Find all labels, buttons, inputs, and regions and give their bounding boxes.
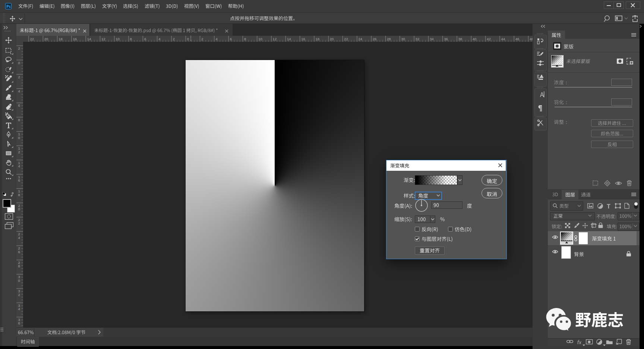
svg-text:22: 22 [30, 37, 34, 41]
svg-text:42: 42 [487, 37, 491, 41]
svg-text:2: 2 [18, 293, 20, 297]
svg-text:14: 14 [87, 37, 91, 41]
svg-text:20: 20 [330, 37, 334, 41]
svg-text:2: 2 [18, 46, 20, 50]
svg-text:2: 2 [18, 150, 20, 154]
svg-text:18: 18 [59, 37, 63, 41]
svg-text:20: 20 [44, 37, 48, 41]
svg-text:8: 8 [18, 193, 20, 197]
svg-text:24: 24 [358, 37, 362, 41]
svg-text:2: 2 [18, 75, 20, 79]
svg-text:34: 34 [430, 37, 434, 41]
svg-text:8: 8 [18, 264, 20, 268]
svg-text:4: 4 [18, 89, 20, 93]
svg-text:4: 4 [18, 307, 20, 311]
svg-text:22: 22 [344, 37, 348, 41]
svg-text:26: 26 [373, 37, 377, 41]
svg-text:38: 38 [458, 37, 463, 41]
svg-text:6: 6 [18, 321, 20, 325]
svg-text:16: 16 [301, 37, 305, 41]
svg-text:44: 44 [501, 37, 505, 41]
svg-text:2: 2 [18, 221, 20, 225]
svg-text:4: 4 [18, 236, 20, 240]
svg-text:36: 36 [444, 37, 448, 41]
svg-text:32: 32 [416, 37, 420, 41]
svg-text:28: 28 [387, 37, 391, 41]
svg-text:46: 46 [515, 37, 520, 41]
svg-text:0: 0 [18, 207, 20, 211]
svg-text:8: 8 [18, 118, 20, 122]
svg-text:18: 18 [316, 37, 320, 41]
svg-text:14: 14 [287, 37, 291, 41]
svg-text:4: 4 [18, 164, 20, 168]
svg-text:0: 0 [18, 136, 20, 140]
svg-text:0: 0 [18, 279, 20, 283]
svg-text:40: 40 [473, 37, 477, 41]
svg-text:0: 0 [18, 61, 20, 65]
svg-text:6: 6 [18, 103, 20, 107]
svg-text:10: 10 [258, 37, 262, 41]
svg-text:12: 12 [273, 37, 277, 41]
svg-text:12: 12 [101, 37, 105, 41]
svg-text:10: 10 [116, 37, 120, 41]
svg-text:6: 6 [18, 250, 20, 254]
svg-text:6: 6 [18, 178, 20, 182]
svg-text:16: 16 [73, 37, 77, 41]
svg-text:30: 30 [401, 37, 405, 41]
